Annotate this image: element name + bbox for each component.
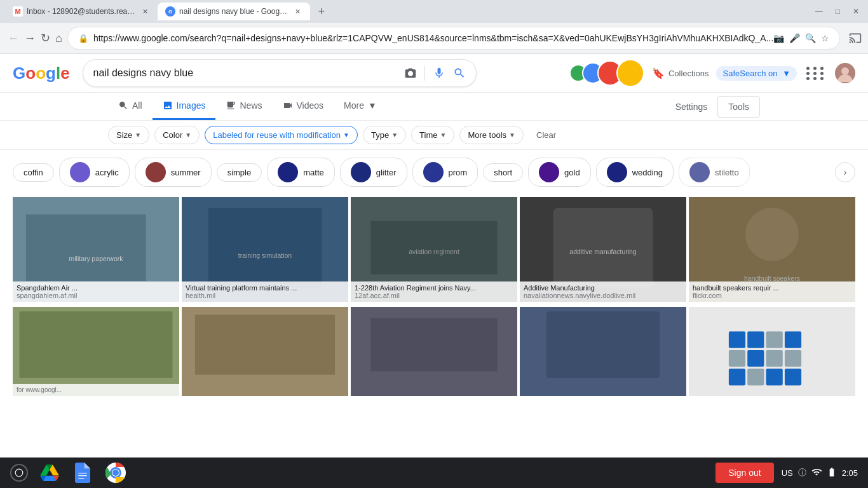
suggestion-gold-label: gold	[564, 168, 580, 177]
taskbar-home-circle[interactable]	[10, 464, 28, 482]
tab-google-close[interactable]: ✕	[292, 6, 302, 17]
tab-videos[interactable]: Videos	[273, 93, 334, 120]
suggestions-next-button[interactable]: ›	[835, 162, 855, 182]
image-item-9[interactable]	[520, 307, 686, 396]
suggestion-prom[interactable]: prom	[412, 158, 478, 187]
address-text[interactable]: https://www.google.com/search?q=nail+des…	[93, 33, 773, 43]
svg-rect-32	[729, 350, 745, 367]
tab-images[interactable]: Images	[153, 93, 216, 120]
filter-more-tools[interactable]: More tools ▼	[459, 126, 524, 144]
tab-more[interactable]: More ▼	[334, 93, 387, 120]
google-header: G o o g l e nail designs navy blue	[0, 54, 868, 93]
image-item-5[interactable]: handbuilt speakers handbuilt speakers re…	[689, 197, 855, 302]
star-icon[interactable]: ☆	[821, 33, 829, 43]
camera-icon[interactable]: 📷	[773, 33, 784, 43]
sign-out-button[interactable]: Sign out	[715, 463, 773, 483]
suggestion-coffin[interactable]: coffin	[13, 163, 54, 182]
image-item-6[interactable]: for www.googl...	[13, 307, 179, 396]
tab-google-title: nail designs navy blue - Google...	[179, 7, 288, 16]
logo-o1: o	[25, 64, 36, 83]
svg-rect-39	[785, 369, 801, 385]
filter-color[interactable]: Color ▼	[154, 126, 200, 144]
suggestion-gold[interactable]: gold	[528, 158, 591, 187]
maximize-button[interactable]: □	[832, 6, 844, 17]
suggestion-stiletto[interactable]: stiletto	[679, 158, 750, 187]
time-display: 2:05	[842, 468, 858, 478]
home-button[interactable]: ⌂	[55, 28, 62, 48]
safesearch-badge[interactable]: SafeSearch on ▼	[716, 66, 797, 81]
google-logo[interactable]: G o o g l e	[13, 64, 70, 83]
address-input-wrap[interactable]: 🔒 https://www.google.com/search?q=nail+d…	[67, 27, 840, 50]
image-item-1[interactable]: military paperwork Spangdahlem Air ... s…	[13, 197, 179, 302]
taskbar-docs[interactable]	[71, 461, 94, 484]
filter-labeled[interactable]: Labeled for reuse with modification ▼	[205, 126, 358, 144]
window-controls: — □ ✕	[811, 6, 863, 17]
suggestion-matte-thumb	[278, 162, 298, 182]
tab-google-images[interactable]: G nail designs navy blue - Google... ✕	[158, 3, 310, 20]
svg-rect-36	[729, 369, 745, 385]
suggestion-matte[interactable]: matte	[267, 158, 335, 187]
filter-color-label: Color	[163, 130, 182, 140]
collections-button[interactable]: 🔖 Collections	[652, 67, 709, 79]
mic-icon[interactable]	[433, 67, 445, 79]
info-icon: ⓘ	[798, 467, 806, 478]
suggestion-acrylic-thumb	[70, 162, 90, 182]
suggestion-simple[interactable]: simple	[217, 163, 262, 182]
tab-news[interactable]: News	[215, 93, 272, 120]
settings-button[interactable]: Settings	[670, 97, 713, 117]
svg-rect-26	[546, 311, 660, 378]
suggestion-glitter[interactable]: glitter	[340, 158, 407, 187]
svg-text:G: G	[168, 9, 172, 15]
image-row-2: for www.googl...	[0, 304, 868, 398]
image-item-3[interactable]: aviation regiment 1-228th Aviation Regim…	[351, 197, 517, 302]
image-item-7[interactable]	[182, 307, 348, 396]
apps-button[interactable]	[804, 62, 827, 85]
tab-bar: M Inbox - 128902@students.readi... ✕ G n…	[0, 0, 868, 23]
source-text-2: health.mil	[186, 292, 344, 299]
taskbar-chrome[interactable]	[104, 461, 127, 484]
new-tab-button[interactable]: +	[313, 3, 330, 20]
search-options: Settings Tools	[670, 96, 760, 118]
svg-rect-8	[208, 208, 322, 288]
suggestion-wedding-thumb	[607, 162, 627, 182]
taskbar: Sign out US ⓘ 2:05	[0, 458, 868, 488]
suggestion-acrylic[interactable]: acrylic	[59, 158, 130, 187]
search-submit-icon[interactable]	[453, 67, 466, 79]
svg-point-3	[841, 67, 849, 75]
suggestion-summer[interactable]: summer	[135, 158, 212, 187]
image-item-4[interactable]: additive manufacturing Additive Manufact…	[520, 197, 686, 302]
tab-gmail-close[interactable]: ✕	[140, 6, 150, 17]
filter-type[interactable]: Type ▼	[363, 126, 406, 144]
minimize-button[interactable]: —	[811, 6, 827, 17]
tab-videos-label: Videos	[297, 100, 324, 111]
image-item-2[interactable]: training simulation Virtual training pla…	[182, 197, 348, 302]
camera-search-icon[interactable]	[404, 67, 417, 79]
tab-gmail[interactable]: M Inbox - 128902@students.readi... ✕	[5, 3, 158, 20]
suggestion-wedding[interactable]: wedding	[596, 158, 674, 187]
suggestion-acrylic-label: acrylic	[95, 168, 119, 177]
taskbar-drive[interactable]	[38, 461, 61, 484]
color-chevron: ▼	[185, 132, 191, 139]
filter-time[interactable]: Time ▼	[411, 126, 454, 144]
image-item-8[interactable]	[351, 307, 517, 396]
taskbar-left	[10, 464, 28, 482]
back-button[interactable]: ←	[8, 28, 19, 48]
clear-button[interactable]: Clear	[529, 126, 564, 144]
forward-button[interactable]: →	[24, 28, 36, 48]
address-bar: ← → ↻ ⌂ 🔒 https://www.google.com/search?…	[0, 23, 868, 53]
tab-all[interactable]: All	[108, 93, 153, 120]
logo-o2: o	[36, 64, 46, 83]
search-box[interactable]: nail designs navy blue	[83, 59, 477, 87]
filter-size[interactable]: Size ▼	[108, 126, 149, 144]
cast-icon[interactable]	[845, 28, 865, 48]
suggestion-short[interactable]: short	[483, 163, 523, 182]
user-avatar[interactable]	[835, 63, 855, 83]
image-item-10[interactable]	[689, 307, 855, 396]
close-button[interactable]: ✕	[849, 6, 863, 17]
mic-icon[interactable]: 🎤	[789, 33, 800, 43]
refresh-button[interactable]: ↻	[41, 28, 50, 48]
browser-chrome: M Inbox - 128902@students.readi... ✕ G n…	[0, 0, 868, 54]
search-icon[interactable]: 🔍	[805, 33, 816, 43]
safesearch-label: SafeSearch on	[722, 69, 777, 78]
tools-button[interactable]: Tools	[717, 96, 760, 118]
